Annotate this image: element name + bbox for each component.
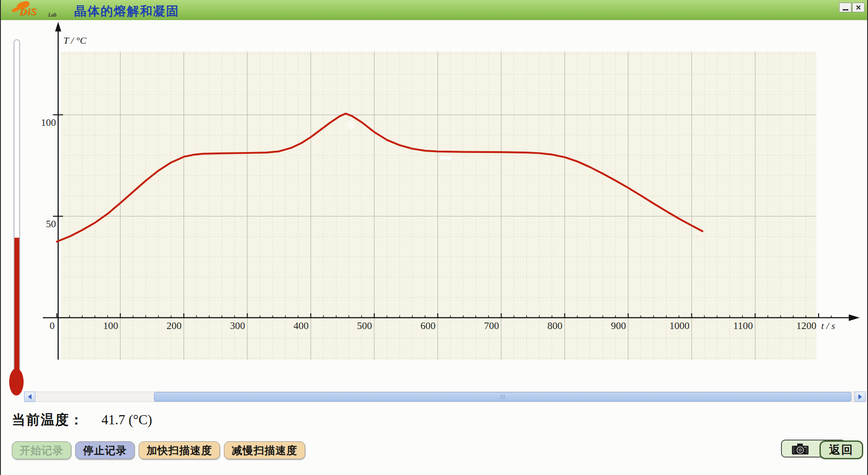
- x-tick-label: 100: [103, 320, 119, 331]
- stop-recording-button[interactable]: 停止记录: [75, 441, 135, 459]
- start-recording-button: 开始记录: [12, 441, 71, 459]
- scrollbar-thumb[interactable]: [154, 392, 851, 402]
- chevron-left-icon: [28, 394, 31, 399]
- scroll-left-button[interactable]: [24, 392, 35, 402]
- x-tick-label: 400: [293, 320, 309, 331]
- x-tick-label: 1200: [796, 320, 816, 331]
- thermometer-tube: [14, 39, 20, 375]
- current-temperature-value: 41.7 (°C): [101, 412, 152, 428]
- y-axis-label: T / °C: [63, 35, 87, 46]
- highlight-artifact: [346, 121, 355, 129]
- current-temperature-label: 当前温度：: [12, 411, 84, 429]
- x-tick-label: 1100: [733, 320, 753, 331]
- back-button-label: 返回: [829, 442, 854, 458]
- temperature-time-chart: 0100200300400500600700800900100011001200…: [1, 0, 868, 475]
- slower-scan-button[interactable]: 减慢扫描速度: [224, 441, 305, 459]
- app-window: DiS Lab 晶体的熔解和凝固 × 010020030040050060070…: [0, 0, 868, 475]
- x-tick-label: 500: [357, 320, 372, 331]
- x-axis-arrow: [849, 315, 860, 321]
- scroll-right-button[interactable]: [854, 392, 866, 402]
- x-tick-label: 300: [230, 320, 245, 331]
- x-tick-label: 700: [484, 320, 499, 331]
- trace-gap-artifact: [440, 156, 451, 159]
- x-tick-label: 800: [547, 320, 563, 331]
- current-temperature-status: 当前温度： 41.7 (°C): [12, 411, 152, 429]
- camera-icon: [791, 443, 809, 455]
- plot-area: [61, 52, 816, 360]
- faster-scan-button[interactable]: 加快扫描速度: [139, 441, 220, 459]
- footer-right: 返回: [781, 439, 864, 461]
- y-axis-arrow: [55, 22, 61, 31]
- chevron-right-icon: [858, 394, 862, 399]
- x-tick-label: 200: [167, 320, 182, 331]
- horizontal-scrollbar: [24, 392, 866, 402]
- thermometer-bulb: [9, 368, 24, 395]
- back-button[interactable]: 返回: [819, 440, 863, 459]
- control-button-row: 开始记录 停止记录 加快扫描速度 减慢扫描速度: [12, 441, 305, 459]
- y-tick-label: 50: [46, 218, 56, 229]
- x-tick-label: 0: [50, 320, 55, 331]
- y-tick-label: 100: [41, 117, 56, 128]
- x-tick-label: 600: [421, 320, 436, 331]
- x-axis-label: t / s: [821, 320, 835, 331]
- x-tick-label: 900: [611, 320, 626, 331]
- x-tick-label: 1000: [669, 320, 690, 331]
- thermometer-mercury: [14, 238, 19, 374]
